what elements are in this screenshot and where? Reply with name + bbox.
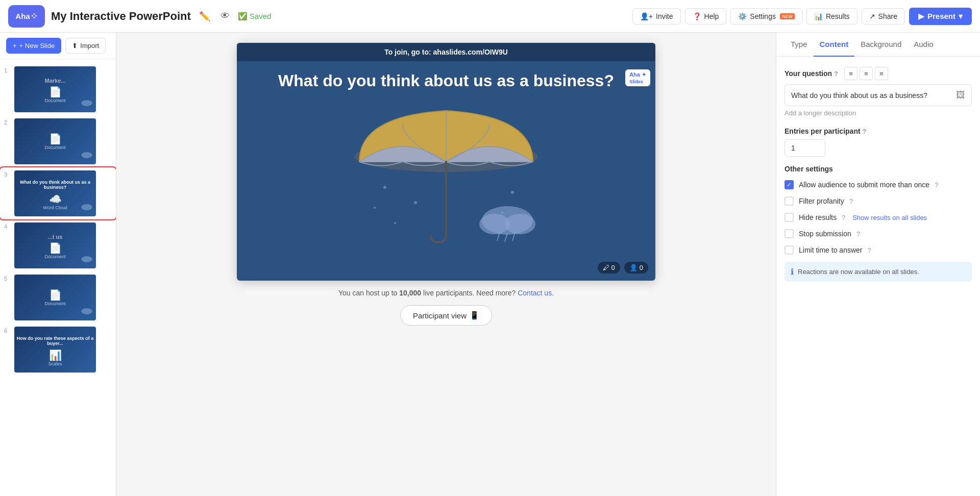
limit-time-label: Limit time to answer	[799, 246, 862, 254]
image-upload-icon[interactable]: 🖼	[956, 90, 965, 101]
svg-point-10	[511, 191, 514, 194]
slide-counters: 🖊 0 👤 0	[598, 262, 648, 274]
panel-content: Your question ? ≡ ≡ ≡ 🖼 Add a longer des…	[776, 57, 980, 292]
limit-time-help[interactable]: ?	[867, 246, 871, 254]
slide-thumb-2: 📄 Document	[14, 118, 96, 164]
slide-body: What do you think about us as a business…	[237, 61, 655, 281]
slide-item-5[interactable]: 5 📄 Document	[0, 271, 116, 324]
filter-profanity-checkbox[interactable]	[785, 196, 794, 206]
umbrella-illustration	[344, 101, 548, 243]
setting-allow-multiple: ✓ Allow audience to submit more than onc…	[785, 180, 972, 189]
entries-input[interactable]	[785, 139, 825, 157]
edit-title-button[interactable]: ✏️	[197, 9, 212, 24]
svg-point-8	[414, 201, 417, 204]
slide-thumb-3: What do you think about us as a business…	[14, 170, 96, 216]
app-header: Aha ⁘ My Interactive PowerPoint ✏️ 👁 ✅ S…	[0, 0, 980, 33]
tab-background[interactable]: Background	[854, 33, 908, 57]
stop-submission-label: Stop submission	[799, 230, 851, 238]
setting-stop-submission: Stop submission ?	[785, 229, 972, 238]
participant-message: You can host up to 10,000 live participa…	[338, 289, 554, 297]
slide-thumb-4: ...t us 📄 Document	[14, 222, 96, 268]
align-left-button[interactable]: ≡	[844, 67, 857, 80]
svg-point-4	[81, 308, 92, 314]
stop-submission-help[interactable]: ?	[856, 230, 860, 238]
slide-thumb-6: How do you rate these aspects of a buyer…	[14, 327, 96, 373]
info-text: Reactions are now available on all slide…	[798, 268, 919, 276]
votes-counter: 🖊 0	[598, 262, 620, 274]
sidebar-toolbar: + + New Slide ⬆ Import	[0, 33, 116, 59]
other-settings-title: Other settings	[785, 165, 972, 173]
panel-tabs: Type Content Background Audio	[776, 33, 980, 57]
allow-multiple-help[interactable]: ?	[935, 181, 938, 189]
stop-submission-checkbox[interactable]	[785, 229, 794, 238]
slides-sidebar: + + New Slide ⬆ Import 1 Marke... 📄 Docu…	[0, 33, 116, 496]
svg-point-2	[81, 204, 92, 210]
svg-point-15	[505, 214, 535, 234]
entries-help-icon[interactable]: ?	[863, 128, 867, 135]
entries-label: Entries per participant ?	[785, 127, 972, 135]
import-button[interactable]: ⬆ Import	[65, 38, 106, 54]
slide-item-1[interactable]: 1 Marke... 📄 Document	[0, 63, 116, 115]
main-layout: + + New Slide ⬆ Import 1 Marke... 📄 Docu…	[0, 33, 980, 496]
slides-list: 1 Marke... 📄 Document 2 📄 Document	[0, 59, 116, 496]
info-banner: ℹ Reactions are now available on all sli…	[785, 262, 972, 282]
hide-results-checkbox[interactable]	[785, 213, 794, 222]
contact-us-link[interactable]: Contact us.	[518, 289, 554, 297]
participant-view-button[interactable]: Participant view 📱	[400, 305, 492, 326]
svg-point-3	[81, 256, 92, 262]
filter-profanity-help[interactable]: ?	[849, 197, 853, 205]
header-actions: 👤+ Invite ❓ Help ⚙️ Settings NEW 📊 Resul…	[632, 8, 972, 25]
tab-type[interactable]: Type	[785, 33, 814, 57]
align-buttons: ≡ ≡ ≡	[844, 67, 888, 80]
setting-hide-results: Hide results ? Show results on all slide…	[785, 213, 972, 222]
slide-item-3[interactable]: 3 What do you think about us as a busine…	[0, 167, 116, 219]
add-description-link[interactable]: Add a longer description	[785, 109, 972, 117]
hide-results-help[interactable]: ?	[842, 214, 845, 221]
svg-point-0	[81, 100, 92, 106]
setting-filter-profanity: Filter profanity ?	[785, 196, 972, 206]
question-field-label: Your question ? ≡ ≡ ≡	[785, 67, 972, 80]
svg-point-1	[81, 152, 92, 158]
slide-join-bar: To join, go to: ahaslides.com/OIW9U	[237, 43, 655, 61]
aha-slides-badge: Aha ✦Slides	[625, 69, 650, 86]
allow-multiple-label: Allow audience to submit more than once	[799, 181, 929, 189]
svg-point-12	[394, 222, 396, 224]
slide-thumb-1: Marke... 📄 Document	[14, 66, 96, 112]
logo: Aha ⁘	[8, 5, 45, 28]
hide-results-label: Hide results	[799, 213, 837, 221]
tab-audio[interactable]: Audio	[908, 33, 939, 57]
question-help-icon[interactable]: ?	[834, 70, 838, 78]
present-button[interactable]: ▶ Present ▾	[909, 8, 972, 25]
share-button[interactable]: ↗ Share	[862, 8, 905, 24]
question-input-wrapper: 🖼	[785, 84, 972, 106]
svg-point-7	[383, 186, 386, 189]
slide-preview: To join, go to: ahaslides.com/OIW9U Aha …	[237, 43, 655, 281]
slide-item-6[interactable]: 6 How do you rate these aspects of a buy…	[0, 324, 116, 376]
svg-point-9	[374, 207, 376, 209]
filter-profanity-label: Filter profanity	[799, 197, 844, 205]
invite-button[interactable]: 👤+ Invite	[632, 8, 681, 24]
content-area: To join, go to: ahaslides.com/OIW9U Aha …	[116, 33, 776, 496]
save-status: ✅ Saved	[238, 12, 272, 21]
limit-time-checkbox[interactable]	[785, 245, 794, 255]
help-button[interactable]: ❓ Help	[685, 8, 727, 24]
slide-question-title: What do you think about us as a business…	[278, 71, 614, 90]
show-results-link[interactable]: Show results on all slides	[852, 214, 927, 221]
tab-content[interactable]: Content	[814, 33, 855, 57]
align-center-button[interactable]: ≡	[860, 67, 873, 80]
question-input[interactable]	[791, 91, 956, 100]
participants-counter: 👤 0	[624, 262, 648, 274]
results-button[interactable]: 📊 Results	[806, 8, 857, 24]
preview-button[interactable]: 👁	[218, 9, 232, 23]
align-right-button[interactable]: ≡	[875, 67, 888, 80]
info-icon: ℹ	[791, 267, 794, 277]
slide-item-2[interactable]: 2 📄 Document	[0, 115, 116, 167]
setting-limit-time: Limit time to answer ?	[785, 245, 972, 255]
settings-button[interactable]: ⚙️ Settings NEW	[730, 8, 802, 24]
slide-item-4[interactable]: 4 ...t us 📄 Document	[0, 219, 116, 271]
allow-multiple-checkbox[interactable]: ✓	[785, 180, 794, 189]
slide-thumb-5: 📄 Document	[14, 275, 96, 320]
page-title: My Interactive PowerPoint	[51, 10, 191, 23]
right-panel: Type Content Background Audio Your quest…	[776, 33, 980, 496]
new-slide-button[interactable]: + + New Slide	[6, 38, 61, 54]
